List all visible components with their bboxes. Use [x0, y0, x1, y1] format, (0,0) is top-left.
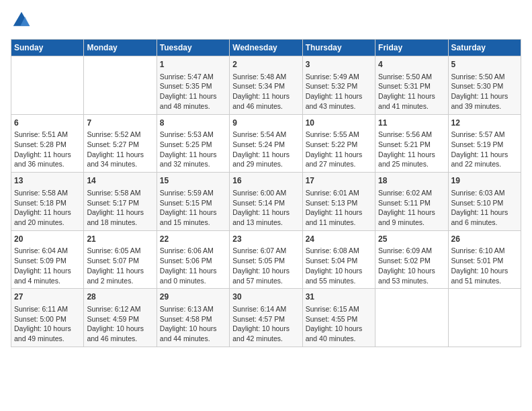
day-info: Daylight: 11 hours and 15 minutes. — [160, 208, 226, 227]
calendar-cell: 1Sunrise: 5:47 AMSunset: 5:35 PMDaylight… — [157, 56, 229, 115]
day-info: Daylight: 11 hours and 29 minutes. — [232, 150, 299, 169]
day-number: 1 — [160, 59, 226, 71]
calendar-table: SundayMondayTuesdayWednesdayThursdayFrid… — [11, 39, 521, 347]
day-number: 7 — [87, 118, 153, 129]
day-info: Sunset: 4:57 PM — [232, 314, 299, 324]
day-info: Sunset: 5:31 PM — [378, 81, 445, 91]
calendar-cell: 23Sunrise: 6:07 AMSunset: 5:05 PMDayligh… — [230, 230, 302, 289]
day-info: Daylight: 11 hours and 13 minutes. — [232, 208, 299, 227]
day-info: Sunset: 5:28 PM — [14, 140, 81, 150]
day-info: Daylight: 11 hours and 9 minutes. — [378, 208, 445, 227]
weekday-header: Tuesday — [157, 40, 229, 56]
day-number: 20 — [14, 234, 81, 245]
day-info: Sunrise: 5:50 AM — [451, 72, 518, 82]
calendar-cell: 4Sunrise: 5:50 AMSunset: 5:31 PMDaylight… — [375, 56, 448, 115]
day-info: Sunrise: 6:05 AM — [87, 246, 153, 256]
calendar-cell: 28Sunrise: 6:12 AMSunset: 4:59 PMDayligh… — [84, 289, 157, 347]
calendar-cell: 12Sunrise: 5:57 AMSunset: 5:19 PMDayligh… — [448, 114, 521, 173]
day-info: Sunrise: 5:49 AM — [306, 72, 372, 82]
day-info: Sunrise: 6:06 AM — [160, 246, 226, 256]
calendar-cell: 8Sunrise: 5:53 AMSunset: 5:25 PMDaylight… — [157, 114, 229, 173]
day-info: Daylight: 10 hours and 51 minutes. — [451, 266, 518, 285]
day-info: Sunrise: 5:59 AM — [160, 188, 226, 198]
day-number: 5 — [451, 59, 518, 71]
day-info: Daylight: 11 hours and 48 minutes. — [160, 91, 226, 111]
day-info: Daylight: 11 hours and 6 minutes. — [451, 208, 518, 227]
day-info: Sunrise: 6:12 AM — [87, 304, 153, 314]
day-info: Sunset: 5:32 PM — [306, 81, 372, 91]
day-info: Sunrise: 6:10 AM — [451, 246, 518, 256]
day-info: Sunrise: 5:55 AM — [306, 130, 372, 140]
day-info: Sunrise: 5:58 AM — [87, 188, 153, 198]
day-info: Sunrise: 5:52 AM — [87, 130, 153, 140]
day-info: Sunset: 5:09 PM — [14, 256, 81, 266]
day-info: Daylight: 11 hours and 41 minutes. — [378, 91, 445, 111]
calendar-cell: 11Sunrise: 5:56 AMSunset: 5:21 PMDayligh… — [375, 114, 448, 173]
day-info: Daylight: 10 hours and 55 minutes. — [306, 266, 372, 285]
day-info: Daylight: 10 hours and 44 minutes. — [160, 324, 226, 343]
day-info: Sunset: 5:21 PM — [378, 140, 445, 150]
calendar-cell — [375, 289, 448, 347]
weekday-header: Sunday — [11, 40, 84, 56]
day-info: Sunrise: 6:08 AM — [306, 246, 372, 256]
day-number: 22 — [160, 234, 226, 245]
day-info: Sunrise: 6:07 AM — [232, 246, 299, 256]
day-info: Sunset: 5:05 PM — [232, 256, 299, 266]
calendar-week-row: 6Sunrise: 5:51 AMSunset: 5:28 PMDaylight… — [11, 114, 521, 173]
day-number: 16 — [232, 175, 299, 187]
day-info: Sunrise: 5:56 AM — [378, 130, 445, 140]
day-info: Sunset: 5:06 PM — [160, 256, 226, 266]
day-info: Sunset: 5:19 PM — [451, 140, 518, 150]
day-info: Daylight: 11 hours and 11 minutes. — [306, 208, 372, 227]
calendar-cell: 16Sunrise: 6:00 AMSunset: 5:14 PMDayligh… — [230, 173, 302, 231]
weekday-row: SundayMondayTuesdayWednesdayThursdayFrid… — [11, 40, 521, 56]
day-number: 15 — [160, 175, 226, 187]
day-info: Daylight: 10 hours and 49 minutes. — [14, 324, 81, 343]
day-number: 9 — [232, 118, 299, 129]
day-number: 18 — [378, 175, 445, 187]
calendar-cell: 20Sunrise: 6:04 AMSunset: 5:09 PMDayligh… — [11, 230, 84, 289]
day-number: 28 — [87, 291, 153, 303]
day-number: 13 — [14, 175, 81, 187]
calendar-cell: 27Sunrise: 6:11 AMSunset: 5:00 PMDayligh… — [11, 289, 84, 347]
day-info: Sunrise: 6:13 AM — [160, 304, 226, 314]
weekday-header: Wednesday — [230, 40, 302, 56]
calendar-cell: 3Sunrise: 5:49 AMSunset: 5:32 PMDaylight… — [302, 56, 375, 115]
day-info: Sunrise: 5:51 AM — [14, 130, 81, 140]
day-number: 14 — [87, 175, 153, 187]
day-info: Sunrise: 6:00 AM — [232, 188, 299, 198]
calendar-week-row: 20Sunrise: 6:04 AMSunset: 5:09 PMDayligh… — [11, 230, 521, 289]
day-info: Sunset: 5:13 PM — [306, 198, 372, 208]
day-info: Daylight: 11 hours and 20 minutes. — [14, 208, 81, 227]
day-info: Daylight: 10 hours and 53 minutes. — [378, 266, 445, 285]
day-info: Daylight: 11 hours and 25 minutes. — [378, 150, 445, 169]
day-info: Sunset: 5:25 PM — [160, 140, 226, 150]
day-info: Sunset: 5:35 PM — [160, 81, 226, 91]
day-info: Daylight: 11 hours and 4 minutes. — [14, 266, 81, 285]
calendar-cell: 2Sunrise: 5:48 AMSunset: 5:34 PMDaylight… — [230, 56, 302, 115]
day-info: Daylight: 11 hours and 27 minutes. — [306, 150, 372, 169]
day-info: Sunrise: 5:57 AM — [451, 130, 518, 140]
calendar-cell: 17Sunrise: 6:01 AMSunset: 5:13 PMDayligh… — [302, 173, 375, 231]
calendar-cell: 29Sunrise: 6:13 AMSunset: 4:58 PMDayligh… — [157, 289, 229, 347]
calendar-cell: 15Sunrise: 5:59 AMSunset: 5:15 PMDayligh… — [157, 173, 229, 231]
calendar-cell: 31Sunrise: 6:15 AMSunset: 4:55 PMDayligh… — [302, 289, 375, 347]
day-info: Sunrise: 6:04 AM — [14, 246, 81, 256]
day-info: Sunset: 5:17 PM — [87, 198, 153, 208]
day-number: 12 — [451, 118, 518, 129]
day-number: 11 — [378, 118, 445, 129]
day-info: Sunrise: 6:11 AM — [14, 304, 81, 314]
day-info: Daylight: 11 hours and 36 minutes. — [14, 150, 81, 169]
day-number: 17 — [306, 175, 372, 187]
calendar-cell — [84, 56, 157, 115]
calendar-cell: 6Sunrise: 5:51 AMSunset: 5:28 PMDaylight… — [11, 114, 84, 173]
day-number: 6 — [14, 118, 81, 129]
day-info: Sunset: 5:15 PM — [160, 198, 226, 208]
calendar-cell: 5Sunrise: 5:50 AMSunset: 5:30 PMDaylight… — [448, 56, 521, 115]
day-info: Sunset: 5:14 PM — [232, 198, 299, 208]
weekday-header: Saturday — [448, 40, 521, 56]
day-info: Sunset: 4:58 PM — [160, 314, 226, 324]
day-number: 8 — [160, 118, 226, 129]
day-info: Sunset: 5:24 PM — [232, 140, 299, 150]
day-info: Sunset: 4:59 PM — [87, 314, 153, 324]
